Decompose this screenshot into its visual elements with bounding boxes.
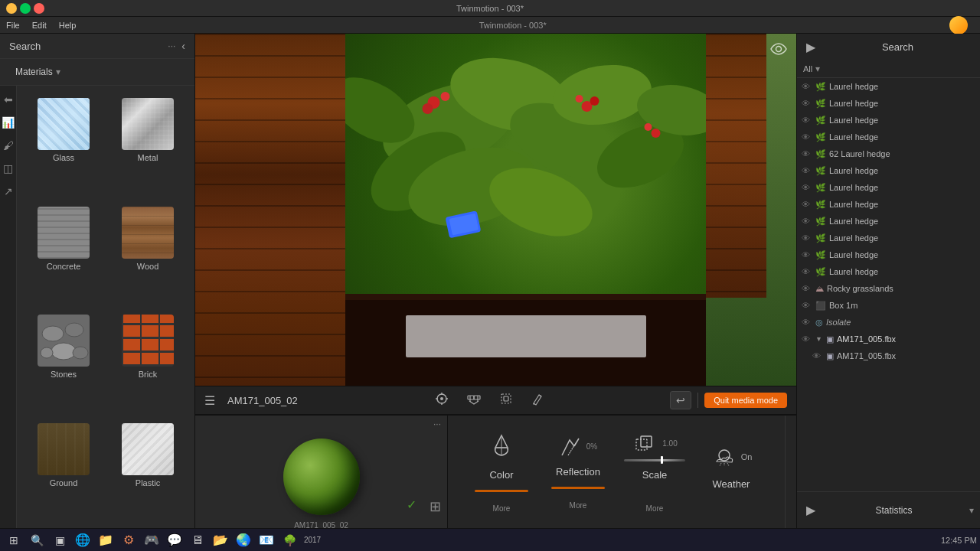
undo-btn[interactable]: ↩ <box>670 391 691 409</box>
taskbar-folder-btn[interactable]: 📁 <box>95 530 116 550</box>
scene-item-7[interactable]: 👁 🌿 Laurel hedge <box>797 179 980 196</box>
weather-icon[interactable] <box>710 443 738 471</box>
svg-point-19 <box>576 95 583 103</box>
properties-area: Color More 0% <box>448 416 785 528</box>
left-panel-collapse-btn[interactable]: ‹ <box>181 40 185 52</box>
quit-media-btn[interactable]: Quit media mode <box>704 393 787 408</box>
eye-icon-1: 👁 <box>802 82 812 91</box>
minimize-btn[interactable] <box>6 3 17 14</box>
weather-bar <box>704 499 758 501</box>
scene-item-1[interactable]: 👁 🌿 Laurel hedge <box>797 78 980 95</box>
menu-help[interactable]: Help <box>59 21 77 30</box>
move-tool-btn[interactable] <box>464 389 484 412</box>
scene-item-name-10: Laurel hedge <box>829 233 878 243</box>
material-glass[interactable]: Glass <box>23 92 104 197</box>
nav-icon-layers[interactable]: ◫ <box>0 159 16 178</box>
eye-icon-group: 👁 <box>802 334 812 344</box>
nav-icon-chart[interactable]: 📊 <box>0 113 18 132</box>
nav-icon-back[interactable]: ⬅ <box>1 90 16 109</box>
scene-item-10[interactable]: 👁 🌿 Laurel hedge <box>797 230 980 246</box>
menu-file[interactable]: File <box>6 21 20 30</box>
taskbar-app3-btn[interactable]: 🖥 <box>187 530 208 550</box>
scene-list: 👁 🌿 Laurel hedge 👁 🌿 Laurel hedge 👁 🌿 La… <box>797 78 980 491</box>
stats-play-icon[interactable]: ▶ <box>803 500 818 520</box>
taskbar-app4-btn[interactable]: 📂 <box>210 530 231 550</box>
start-btn[interactable]: ⊞ <box>3 530 24 550</box>
nav-icon-brush[interactable]: 🖌 <box>0 136 17 155</box>
material-brick[interactable]: Brick <box>107 308 188 414</box>
color-icon[interactable] <box>486 431 517 461</box>
taskbar-search-btn[interactable]: 🔍 <box>26 530 47 550</box>
scene-item-2[interactable]: 👁 🌿 Laurel hedge <box>797 95 980 112</box>
scene-item-name-6: Laurel hedge <box>829 166 878 175</box>
scene-item-isolate[interactable]: 👁 ◎ Isolate <box>797 314 980 331</box>
nav-icon-arrow-out[interactable]: ↗ <box>1 182 16 201</box>
material-concrete[interactable]: Concrete <box>23 201 104 306</box>
ground-icon-grasslands: ⛰ <box>815 284 824 293</box>
weather-on-label: On <box>741 452 753 461</box>
scale-icon[interactable] <box>632 432 656 456</box>
scene-item-6[interactable]: 👁 🌿 Laurel hedge <box>797 162 980 179</box>
taskbar-skype-btn[interactable]: 💬 <box>164 530 185 550</box>
plant-icon-12: 🌿 <box>815 267 826 277</box>
material-preview-more[interactable]: ··· <box>433 419 441 429</box>
material-wood[interactable]: Wood <box>107 201 188 306</box>
collapse-icon[interactable]: ▼ <box>815 335 823 343</box>
transform-tool-btn[interactable] <box>496 389 516 412</box>
taskbar-app2-btn[interactable]: 🎮 <box>141 530 162 550</box>
taskbar-app1-btn[interactable]: ⚙ <box>118 530 139 550</box>
paint-tool-btn[interactable] <box>528 389 548 412</box>
material-ground[interactable]: Ground <box>23 417 104 523</box>
stats-header[interactable]: ▶ Statistics ▾ <box>803 497 974 523</box>
stats-dropdown-arrow[interactable]: ▾ <box>969 505 974 516</box>
svg-point-17 <box>423 103 433 114</box>
material-metal[interactable]: Metal <box>107 92 188 197</box>
taskbar-task-view-btn[interactable]: ▣ <box>49 530 70 550</box>
material-plastic-label: Plastic <box>136 478 160 487</box>
menu-edit[interactable]: Edit <box>32 21 47 30</box>
scale-slider[interactable] <box>624 459 685 461</box>
taskbar-app5-btn[interactable]: 📧 <box>256 530 277 550</box>
scene-item-name-7: Laurel hedge <box>829 183 878 192</box>
taskbar-2017-btn[interactable]: 2017 <box>302 530 323 550</box>
select-tool-btn[interactable] <box>432 389 452 412</box>
maximize-btn[interactable] <box>20 3 31 14</box>
scene-item-group[interactable]: 👁 ▼ ▣ AM171_005.fbx <box>797 331 980 347</box>
hamburger-btn[interactable]: ☰ <box>204 393 215 408</box>
taskbar-ie-btn[interactable]: 🌐 <box>72 530 93 550</box>
scene-item-name-grasslands: Rocky grasslands <box>827 284 893 293</box>
materials-dropdown[interactable]: Materials ▾ <box>6 62 188 82</box>
scene-item-8[interactable]: 👁 🌿 Laurel hedge <box>797 196 980 213</box>
eye-icon-box: 👁 <box>802 301 812 310</box>
material-plastic[interactable]: Plastic <box>107 417 188 523</box>
scene-item-box[interactable]: 👁 ⬛ Box 1m <box>797 297 980 314</box>
taskbar-chrome-btn[interactable]: 🌏 <box>233 530 254 550</box>
reflection-prop: 0% Reflection More <box>540 434 616 510</box>
material-grid-btn[interactable]: ⊞ <box>430 498 441 515</box>
scale-more[interactable]: More <box>646 504 664 513</box>
scene-item-3[interactable]: 👁 🌿 Laurel hedge <box>797 112 980 129</box>
svg-point-29 <box>440 397 443 400</box>
material-thumb-ground <box>38 423 90 475</box>
material-thumb-brick <box>122 315 174 367</box>
scene-item-5[interactable]: 👁 🌿 62 Laurel hedge <box>797 145 980 162</box>
material-stones[interactable]: Stones <box>23 308 104 414</box>
filter-dropdown-arrow[interactable]: ▾ <box>815 64 820 74</box>
viewport[interactable] <box>195 34 796 386</box>
scene-item-fbx-child[interactable]: 👁 ▣ AM171_005.fbx <box>797 347 980 364</box>
material-thumb-concrete <box>38 207 90 259</box>
scene-item-9[interactable]: 👁 🌿 Laurel hedge <box>797 213 980 230</box>
reflection-more[interactable]: More <box>570 501 587 510</box>
scene-item-11[interactable]: 👁 🌿 Laurel hedge <box>797 246 980 263</box>
scene-item-grasslands[interactable]: 👁 ⛰ Rocky grasslands <box>797 280 980 297</box>
viewport-eye-icon[interactable] <box>770 43 787 59</box>
reflection-icon[interactable] <box>559 434 583 458</box>
color-more[interactable]: More <box>493 504 511 513</box>
left-panel-more-btn[interactable]: ··· <box>168 41 175 51</box>
right-panel-play-btn[interactable]: ▶ <box>803 37 818 57</box>
scene-item-4[interactable]: 👁 🌿 Laurel hedge <box>797 129 980 145</box>
close-btn[interactable] <box>34 3 44 14</box>
svg-point-4 <box>73 347 88 359</box>
taskbar-app6-btn[interactable]: 🌳 <box>279 530 300 550</box>
scene-item-12[interactable]: 👁 🌿 Laurel hedge <box>797 263 980 280</box>
